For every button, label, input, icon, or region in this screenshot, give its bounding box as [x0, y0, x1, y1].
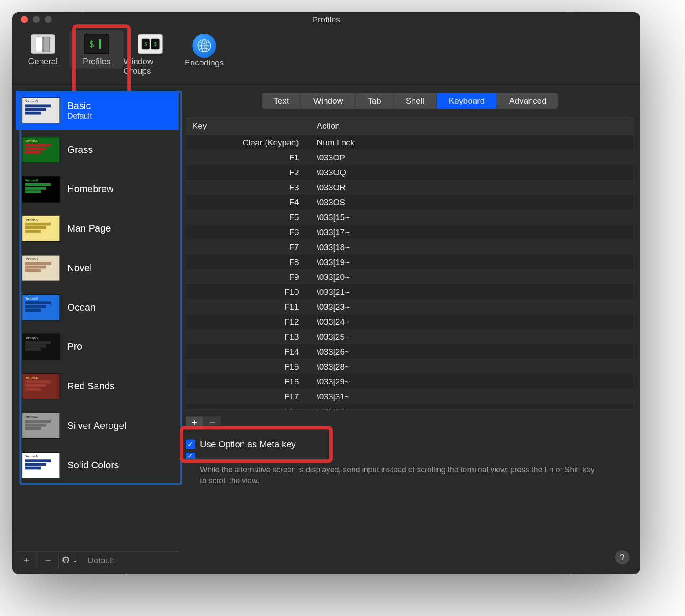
table-row[interactable]: F3\033OR — [186, 180, 634, 195]
profile-tabs: TextWindowTabShellKeyboardAdvanced — [262, 93, 558, 109]
tab-shell[interactable]: Shell — [394, 93, 437, 109]
cell-key: F2 — [186, 167, 306, 177]
terminal-icon: $ ▍ — [84, 34, 109, 54]
table-body[interactable]: Clear (Keypad)Num LockF1\033OPF2\033OQF3… — [186, 135, 634, 410]
profile-name: Pro — [67, 341, 82, 352]
window-title: Profiles — [12, 14, 640, 24]
toolbar-general-label: General — [28, 57, 58, 66]
table-row[interactable]: F5\033[15~ — [186, 210, 634, 225]
toolbar-encodings[interactable]: Encodings — [177, 30, 231, 70]
table-row[interactable]: F15\033[28~ — [186, 359, 634, 374]
table-row[interactable]: Clear (Keypad)Num Lock — [186, 135, 634, 150]
toolbar-profiles[interactable]: $ ▍ Profiles — [70, 30, 124, 69]
cell-action: \033[26~ — [306, 347, 634, 356]
table-row[interactable]: F13\033[25~ — [186, 329, 634, 344]
table-row[interactable]: F17\033[31~ — [186, 389, 634, 404]
profile-name: Silver Aerogel — [67, 420, 126, 431]
profile-item[interactable]: Terminal$BasicDefault — [16, 91, 179, 130]
profile-actions-menu[interactable]: ⚙ ⌄ — [59, 552, 80, 568]
cell-key: F10 — [186, 287, 306, 297]
profile-thumbnail: Terminal$ — [22, 137, 60, 163]
add-mapping-button[interactable]: + — [186, 416, 204, 429]
column-header-key[interactable]: Key — [186, 117, 306, 134]
window-zoom-button[interactable] — [44, 16, 51, 23]
cell-key: Clear (Keypad) — [186, 138, 306, 147]
cell-key: F7 — [186, 242, 306, 252]
titlebar: Profiles — [12, 12, 640, 27]
scroll-alternate-screen-checkbox[interactable]: ✓ — [186, 453, 195, 459]
table-row[interactable]: F11\033[23~ — [186, 299, 634, 314]
cell-key: F3 — [186, 182, 306, 192]
tab-window[interactable]: Window — [302, 93, 356, 109]
cell-key: F1 — [186, 152, 306, 162]
profile-item[interactable]: Terminal$Novel — [16, 248, 179, 288]
table-row[interactable]: F18\033[32~ — [186, 404, 634, 410]
tab-advanced[interactable]: Advanced — [497, 93, 558, 109]
window-close-button[interactable] — [21, 16, 28, 23]
globe-icon — [192, 34, 216, 58]
cell-key: F12 — [186, 317, 306, 326]
table-row[interactable]: F7\033[18~ — [186, 239, 634, 254]
cell-key: F13 — [186, 332, 306, 341]
profile-thumbnail: Terminal$ — [22, 334, 60, 360]
window-minimize-button[interactable] — [33, 16, 40, 23]
use-option-as-meta-checkbox[interactable]: ✓ — [186, 439, 195, 449]
cell-key: F9 — [186, 272, 306, 282]
table-row[interactable]: F10\033[21~ — [186, 284, 634, 299]
table-row[interactable]: F6\033[17~ — [186, 225, 634, 239]
cell-action: \033[25~ — [306, 332, 634, 341]
preferences-window: Profiles General $ ▍ Profiles $$ Window … — [12, 12, 640, 574]
cell-action: \033[15~ — [306, 212, 634, 222]
column-header-action[interactable]: Action — [306, 117, 634, 134]
cell-action: Num Lock — [306, 138, 634, 147]
chevron-down-icon: ⌄ — [73, 557, 77, 563]
table-row[interactable]: F8\033[19~ — [186, 254, 634, 269]
keyboard-mappings-table: Key Action Clear (Keypad)Num LockF1\033O… — [186, 117, 634, 410]
set-default-button[interactable]: Default — [80, 552, 121, 568]
switch-icon — [30, 34, 55, 54]
profile-item[interactable]: Terminal$Red Sands — [16, 366, 179, 406]
profile-item[interactable]: Terminal$Ocean — [16, 288, 179, 327]
profile-thumbnail: Terminal$ — [22, 255, 60, 281]
profile-thumbnail: Terminal$ — [22, 413, 60, 439]
profile-name: Basic — [67, 101, 92, 111]
profile-item[interactable]: Terminal$Grass — [16, 130, 179, 170]
cell-action: \033[28~ — [306, 362, 634, 371]
table-row[interactable]: F1\033OP — [186, 150, 634, 165]
profile-item[interactable]: Terminal$Solid Colors — [16, 446, 179, 485]
profile-item[interactable]: Terminal$Pro — [16, 327, 179, 367]
cell-key: F11 — [186, 302, 306, 312]
cell-key: F14 — [186, 347, 306, 356]
table-row[interactable]: F2\033OQ — [186, 165, 634, 180]
profile-list[interactable]: Terminal$BasicDefaultTerminal$GrassTermi… — [16, 91, 179, 551]
cell-action: \033[17~ — [306, 227, 634, 237]
cell-action: \033[19~ — [306, 257, 634, 267]
profile-subtitle: Default — [67, 111, 92, 120]
remove-profile-button[interactable]: − — [37, 552, 59, 568]
table-row[interactable]: F16\033[29~ — [186, 374, 634, 389]
profile-name: Red Sands — [67, 381, 115, 391]
cell-action: \033OR — [306, 182, 634, 192]
profile-thumbnail: Terminal$ — [22, 176, 60, 203]
use-option-as-meta-label: Use Option as Meta key — [200, 439, 296, 449]
table-row[interactable]: F14\033[26~ — [186, 344, 634, 359]
profile-name: Man Page — [67, 223, 111, 234]
tab-keyboard[interactable]: Keyboard — [437, 93, 497, 109]
profile-item[interactable]: Terminal$Homebrew — [16, 170, 179, 209]
profile-name: Ocean — [67, 302, 95, 313]
toolbar-window-groups[interactable]: $$ Window Groups — [124, 30, 177, 78]
cell-action: \033OS — [306, 197, 634, 207]
profile-item[interactable]: Terminal$Silver Aerogel — [16, 406, 179, 446]
toolbar-general[interactable]: General — [16, 30, 69, 69]
table-row[interactable]: F4\033OS — [186, 195, 634, 210]
remove-mapping-button[interactable]: − — [204, 416, 222, 429]
table-row[interactable]: F12\033[24~ — [186, 314, 634, 329]
tab-tab[interactable]: Tab — [356, 93, 394, 109]
tab-text[interactable]: Text — [262, 93, 302, 109]
add-profile-button[interactable]: + — [16, 552, 37, 568]
help-button[interactable]: ? — [615, 550, 630, 565]
toolbar-window-groups-label: Window Groups — [124, 57, 177, 76]
table-row[interactable]: F9\033[20~ — [186, 269, 634, 284]
profile-thumbnail: Terminal$ — [22, 215, 60, 242]
profile-item[interactable]: Terminal$Man Page — [16, 209, 179, 248]
